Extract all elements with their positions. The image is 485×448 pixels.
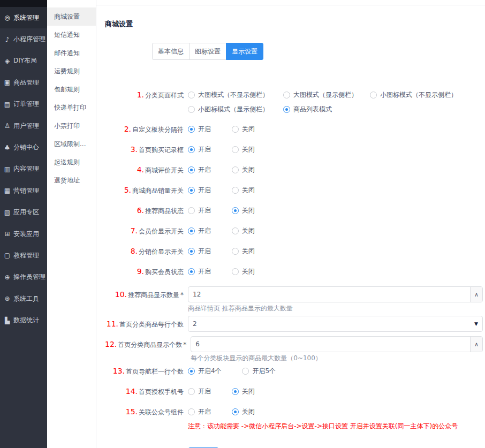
radio-option-on[interactable]: 开启	[188, 185, 211, 195]
row-nav-per-line: 13.首页导航栏一行个数 开启4个 开启5个	[105, 366, 483, 377]
annotation-number: 9.	[137, 267, 144, 276]
operator-icon: ⊕	[3, 274, 11, 281]
logo-area	[0, 0, 47, 7]
radio-option-off[interactable]: 关闭	[232, 225, 255, 236]
radio-option-off[interactable]: 关闭	[232, 205, 255, 216]
field-label: 首页购买记录框	[139, 146, 184, 154]
field-label: 自定义板块分隔符	[132, 126, 184, 133]
sidebar-item-apps[interactable]: ▧应用专区	[0, 202, 47, 223]
spinner-up-icon[interactable]: ∧	[470, 337, 482, 352]
radio-option-big-no-sidebar[interactable]: 大图模式（不显示侧栏）	[188, 89, 283, 100]
tab-icon-settings[interactable]: 图标设置	[189, 43, 226, 60]
row-category-per-line: 11.首页分类商品每行个数 2 ▼	[105, 316, 483, 332]
radio-option-on[interactable]: 开启	[188, 246, 211, 256]
field-label: 推荐商品状态	[145, 207, 184, 215]
radio-option-on[interactable]: 开启	[188, 406, 211, 417]
sidebar-item-orders[interactable]: ▤订单管理	[0, 94, 47, 115]
radio-option-big-sidebar[interactable]: 大图模式（显示侧栏）	[283, 89, 370, 100]
sidebar-item-diy[interactable]: ◈DIY布局	[0, 50, 47, 72]
radio-option-off[interactable]: 关闭	[232, 386, 255, 397]
sidebar-item-operator[interactable]: ⊕操作员管理	[0, 267, 47, 288]
tab-display-settings[interactable]: 显示设置	[226, 43, 263, 60]
radio-option-on[interactable]: 开启	[188, 144, 211, 155]
spinner-up-icon[interactable]: ∧	[470, 287, 482, 302]
required-mark: *	[180, 291, 184, 299]
radio-icon	[232, 408, 239, 415]
radio-option-on[interactable]: 开启	[188, 205, 211, 216]
field-label: 关联公众号组件	[139, 408, 184, 416]
row-sales-switch: 5.商城商品销量开关 开启 关闭	[105, 185, 483, 196]
field-label: 首页分类商品显示个数	[118, 341, 182, 348]
sidebar-item-miniprogram[interactable]: ♪小程序管理	[0, 28, 47, 50]
radio-icon	[242, 368, 249, 375]
radio-icon	[188, 227, 195, 234]
submenu-item-region-limit[interactable]: 区域限制...	[47, 135, 96, 153]
radio-icon	[188, 207, 195, 214]
sidebar-item-content[interactable]: ▥内容管理	[0, 158, 47, 180]
warning-note: 注意：该功能需要 ->微信小程序后台->设置->接口设置 开启并设置关联(同一主…	[188, 422, 483, 431]
field-label: 首页分类商品每行个数	[119, 321, 184, 328]
radio-option-off[interactable]: 关闭	[232, 164, 255, 175]
radio-option-on[interactable]: 开启	[188, 386, 211, 397]
radio-option-4-per-line[interactable]: 开启4个	[188, 366, 222, 376]
submenu-item-return-address[interactable]: 退货地址	[47, 171, 96, 189]
content-icon: ▥	[3, 165, 11, 173]
caret-down-icon: ▼	[474, 321, 478, 326]
submenu-item-min-delivery[interactable]: 起送规则	[47, 153, 96, 171]
sidebar-item-goods[interactable]: ▣商品管理	[0, 72, 47, 93]
submenu-item-email[interactable]: 邮件通知	[47, 44, 96, 62]
radio-option-off[interactable]: 关闭	[232, 124, 255, 134]
install-icon: ⊞	[3, 230, 11, 238]
category-display-count-input[interactable]: 6 ∧	[191, 336, 483, 352]
radio-option-list-mode[interactable]: 商品列表模式	[283, 104, 370, 115]
row-auth-phone: 14.首页授权手机号 开启 关闭	[105, 386, 483, 397]
category-per-line-select[interactable]: 2 ▼	[188, 316, 483, 332]
sidebar-item-tutorial[interactable]: ▢教程管理	[0, 245, 47, 266]
radio-option-small-sidebar[interactable]: 小图标模式（显示侧栏）	[188, 104, 283, 115]
radio-icon	[232, 268, 239, 275]
sidebar-item-install[interactable]: ⊞安装应用	[0, 223, 47, 245]
radio-option-off[interactable]: 关闭	[232, 246, 255, 256]
tools-icon: ⊛	[3, 295, 11, 302]
radio-option-on[interactable]: 开启	[188, 124, 211, 134]
submenu-item-sms[interactable]: 短信通知	[47, 26, 96, 44]
sidebar-item-system[interactable]: ◎系统管理	[0, 7, 47, 28]
settings-icon: ◎	[3, 14, 11, 21]
annotation-number: 2.	[124, 125, 131, 133]
annotation-number: 3.	[131, 145, 138, 154]
submenu-item-shop-settings[interactable]: 商城设置	[47, 7, 96, 26]
recommend-count-input[interactable]: 12 ∧	[188, 286, 483, 302]
radio-icon	[188, 368, 195, 375]
radio-option-on[interactable]: 开启	[188, 225, 211, 236]
radio-option-off[interactable]: 关闭	[232, 406, 255, 417]
radio-option-5-per-line[interactable]: 开启5个	[242, 366, 276, 376]
submenu-item-free-shipping[interactable]: 包邮规则	[47, 80, 96, 98]
row-distribution-price-switch: 8.分销价显示开关 开启 关闭	[105, 246, 483, 257]
radio-option-off[interactable]: 关闭	[232, 185, 255, 195]
row-category-page-style: 1.分类页面样式 大图模式（不显示侧栏） 大图模式（显示侧栏） 小图标模式（不显…	[105, 89, 483, 115]
display-settings-form: 1.分类页面样式 大图模式（不显示侧栏） 大图模式（显示侧栏） 小图标模式（不显…	[105, 89, 483, 448]
radio-icon	[232, 146, 239, 153]
submenu-item-freight[interactable]: 运费规则	[47, 62, 96, 80]
submenu-item-waybill-print[interactable]: 快递单打印	[47, 98, 96, 117]
radio-option-on[interactable]: 开启	[188, 164, 211, 175]
radio-icon	[188, 408, 195, 415]
radio-option-off[interactable]: 关闭	[232, 144, 255, 155]
distribution-icon: ♣	[3, 144, 11, 151]
sidebar-item-statistics[interactable]: ▙数据统计	[0, 309, 47, 331]
sidebar-item-users[interactable]: ♙用户管理	[0, 115, 47, 136]
statistics-icon: ▙	[3, 317, 11, 324]
field-label: 会员价显示开关	[139, 227, 184, 235]
radio-option-off[interactable]: 关闭	[232, 266, 255, 277]
field-control: 大图模式（不显示侧栏） 大图模式（显示侧栏） 小图标模式（不显示侧栏） 小图标模…	[188, 89, 483, 115]
radio-icon	[232, 388, 239, 395]
tab-basic-info[interactable]: 基本信息	[152, 43, 190, 60]
radio-group: 大图模式（不显示侧栏） 大图模式（显示侧栏） 小图标模式（不显示侧栏） 小图标模…	[188, 89, 483, 115]
submenu-item-receipt-print[interactable]: 小票打印	[47, 117, 96, 135]
sidebar-item-marketing[interactable]: ▦营销管理	[0, 180, 47, 201]
radio-icon	[283, 106, 290, 113]
radio-option-small-no-sidebar[interactable]: 小图标模式（不显示侧栏）	[370, 89, 483, 100]
radio-option-on[interactable]: 开启	[188, 266, 211, 277]
sidebar-item-tools[interactable]: ⊛系统工具	[0, 288, 47, 309]
sidebar-item-distribution[interactable]: ♣分销中心	[0, 136, 47, 158]
